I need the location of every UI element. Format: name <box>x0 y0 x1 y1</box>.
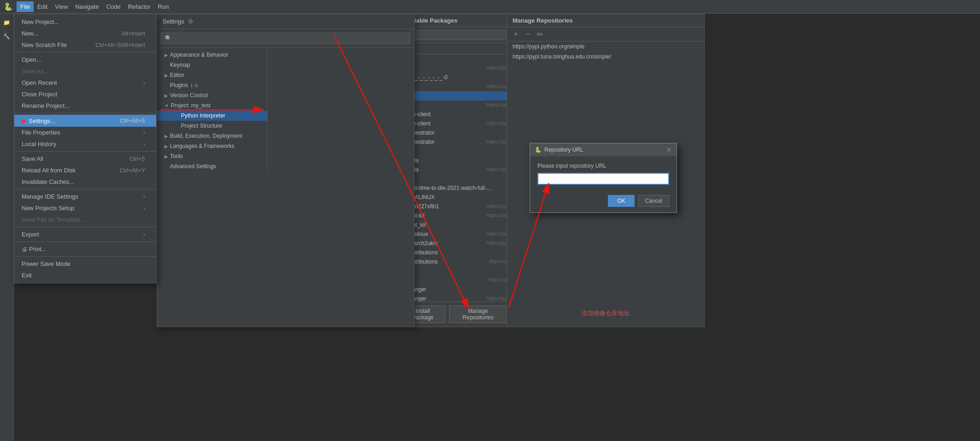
menu-open-recent[interactable]: Open Recent› <box>14 77 156 88</box>
repo-item-pypi[interactable]: https://pypi.python.org/simple <box>507 41 704 52</box>
ide-window: 🐍 File Edit View Navigate Code Refactor … <box>0 0 980 441</box>
menu-bar: 🐍 File Edit View Navigate Code Refactor … <box>0 0 980 14</box>
settings-tree: ▶ Appearance & Behavior ▶ Keymap ▶ Edito… <box>157 48 268 173</box>
separator-6 <box>14 241 156 242</box>
app-logo: 🐍 <box>4 2 13 11</box>
settings-item-tools[interactable]: ▶ Tools <box>157 151 267 161</box>
dialog-close-button[interactable]: ✕ <box>666 146 672 153</box>
menu-file-properties[interactable]: File Properties› <box>14 127 156 138</box>
manage-repos-toolbar: + − ✏ <box>507 27 704 41</box>
settings-arrow-icon: ▶ <box>22 117 27 124</box>
menu-code[interactable]: Code <box>103 1 124 12</box>
dialog-cancel-button[interactable]: Cancel <box>638 195 669 207</box>
separator-4 <box>14 189 156 189</box>
settings-panel: Settings ⚙ ▶ Appearance & Behavior ▶ Key… <box>157 14 414 327</box>
menu-new-projects-setup[interactable]: New Projects Setup› <box>14 202 156 214</box>
separator-7 <box>14 256 156 257</box>
menu-save-all[interactable]: Save AllCtrl+S <box>14 153 156 165</box>
dialog-footer: OK Cancel <box>530 191 677 212</box>
settings-gear-icon[interactable]: ⚙ <box>188 18 193 25</box>
sidebar-folder-icon[interactable]: 📁 <box>1 17 13 29</box>
dialog-body: Please input repository URL <box>530 156 677 191</box>
plugins-info-icon: ℹ <box>191 83 192 88</box>
expand-arrow-vcs: ▶ <box>164 93 168 98</box>
sidebar-strip: 📁 🔧 <box>0 14 14 441</box>
dialog-titlebar: 🐍 Repository URL ✕ <box>530 143 677 156</box>
menu-manage-ide[interactable]: Manage IDE Settings› <box>14 191 156 202</box>
main-content: Project New Project... New...Alt+Insert … <box>14 14 980 441</box>
separator-3 <box>14 151 156 152</box>
menu-open[interactable]: Open... <box>14 54 156 65</box>
settings-item-build[interactable]: ▶ Build, Execution, Deployment <box>157 131 267 141</box>
dialog-label: Please input repository URL <box>537 163 669 169</box>
settings-item-vcs[interactable]: ▶ Version Control <box>157 90 267 100</box>
menu-reload[interactable]: Reload All from DiskCtrl+Alt+Y <box>14 165 156 176</box>
menu-view[interactable]: View <box>51 1 71 12</box>
settings-title: Settings <box>163 18 184 25</box>
manage-repositories-button[interactable]: Manage Repositories <box>449 306 507 323</box>
remove-repo-button[interactable]: − <box>523 29 533 39</box>
menu-refactor[interactable]: Refactor <box>124 1 154 12</box>
settings-item-plugins[interactable]: ▶ Plugins ℹ ⚙ <box>157 80 267 90</box>
settings-item-python-interpreter[interactable]: ▶ Python Interpreter <box>157 111 267 121</box>
add-repo-button[interactable]: + <box>511 29 521 39</box>
settings-item-appearance[interactable]: ▶ Appearance & Behavior <box>157 50 267 60</box>
repository-url-input[interactable] <box>537 173 669 185</box>
settings-item-languages[interactable]: ▶ Languages & Frameworks <box>157 141 267 151</box>
menu-settings[interactable]: ▶ Settings... Ctrl+Alt+S <box>14 115 156 127</box>
dialog-ok-button[interactable]: OK <box>608 195 634 207</box>
menu-export[interactable]: Export› <box>14 229 156 240</box>
menu-run[interactable]: Run <box>154 1 173 12</box>
menu-rename-project[interactable]: Rename Project... <box>14 100 156 112</box>
manage-repos-title: Manage Repositories <box>507 14 704 27</box>
available-search-input[interactable] <box>400 30 507 40</box>
repo-note: 添加镜像仓库地址 <box>507 300 704 327</box>
menu-local-history[interactable]: Local History› <box>14 138 156 150</box>
menu-edit[interactable]: Edit <box>34 1 51 12</box>
settings-item-advanced[interactable]: ▶ Advanced Settings <box>157 161 267 171</box>
menu-file[interactable]: File <box>17 1 34 12</box>
ide-body: 📁 🔧 Project New Project... New...Alt+Ins… <box>0 14 980 441</box>
expand-arrow-editor: ▶ <box>164 73 168 78</box>
settings-search-area <box>157 29 414 48</box>
settings-titlebar: Settings ⚙ <box>157 14 414 29</box>
menu-exit[interactable]: Exit <box>14 270 156 281</box>
menu-print[interactable]: 🖨 Print... <box>14 243 156 255</box>
settings-item-project[interactable]: ▼ Project: my_test <box>157 100 267 111</box>
settings-item-keymap[interactable]: ▶ Keymap <box>157 60 267 70</box>
settings-item-project-structure[interactable]: ▶ Project Structure <box>157 121 267 131</box>
expand-arrow-build: ▶ <box>164 134 168 139</box>
repository-url-dialog: 🐍 Repository URL ✕ Please input reposito… <box>530 143 677 213</box>
menu-close-project[interactable]: Close Project <box>14 88 156 100</box>
menu-invalidate[interactable]: Invalidate Caches... <box>14 176 156 188</box>
menu-save-template: Save File as Template... <box>14 214 156 225</box>
expand-arrow-tools: ▶ <box>164 154 168 159</box>
menu-navigate[interactable]: Navigate <box>71 1 102 12</box>
sidebar-structure-icon[interactable]: 🔧 <box>1 30 13 42</box>
plugins-settings-icon: ⚙ <box>194 83 198 88</box>
dialog-icon: 🐍 <box>535 147 542 153</box>
print-icon: 🖨 <box>22 246 27 253</box>
file-menu-dropdown: New Project... New...Alt+Insert New Scra… <box>14 14 157 283</box>
separator-2 <box>14 113 156 113</box>
edit-repo-button[interactable]: ✏ <box>535 29 545 39</box>
settings-item-editor[interactable]: ▶ Editor <box>157 70 267 80</box>
dialog-title: Repository URL <box>544 147 583 153</box>
expand-arrow-appearance: ▶ <box>164 53 168 58</box>
menu-new-scratch[interactable]: New Scratch FileCtrl+Alt+Shift+Insert <box>14 39 156 51</box>
repo-item-tuna[interactable]: https://pypi.tuna.tsinghua.edu.cn/simple… <box>507 52 704 62</box>
expand-arrow-lang: ▶ <box>164 144 168 149</box>
menu-power-save[interactable]: Power Save Mode <box>14 258 156 270</box>
separator-1 <box>14 52 156 53</box>
menu-new-project[interactable]: New Project... <box>14 16 156 28</box>
settings-search-input[interactable] <box>161 33 410 44</box>
menu-save-as: Save As... <box>14 65 156 77</box>
separator-5 <box>14 227 156 227</box>
menu-new[interactable]: New...Alt+Insert <box>14 28 156 39</box>
expand-arrow-project: ▼ <box>164 103 169 108</box>
